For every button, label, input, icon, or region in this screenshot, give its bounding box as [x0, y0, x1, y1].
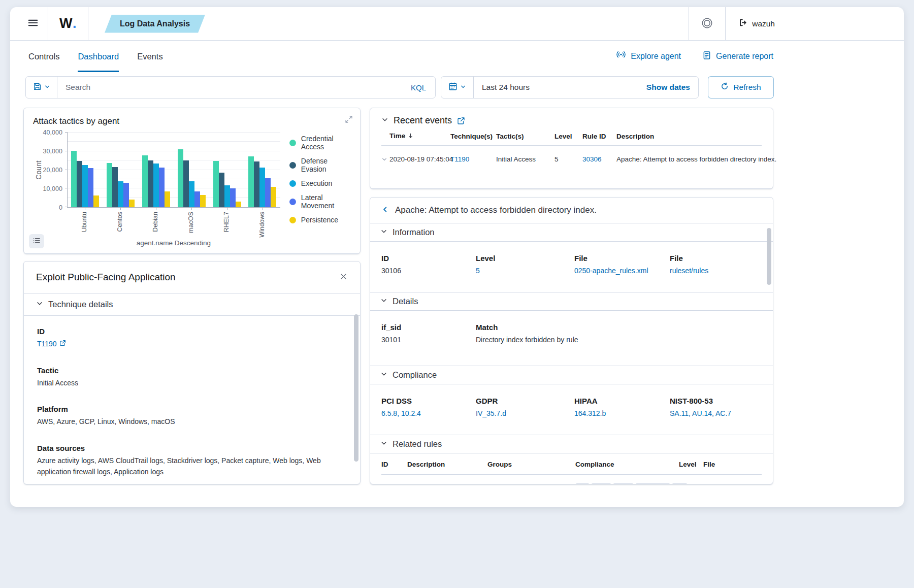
- bar-persistence[interactable]: [200, 195, 206, 207]
- related-rule-row[interactable]: 30104Apache: segmentation fault.service_…: [381, 475, 762, 484]
- related-rules-section-toggle[interactable]: Related rules: [370, 435, 773, 453]
- column-header-time[interactable]: Time: [389, 127, 450, 146]
- column-header-tactic-s[interactable]: Tactic(s): [496, 127, 554, 146]
- tab-controls[interactable]: Controls: [28, 41, 59, 72]
- bar-lateral-movement[interactable]: [194, 191, 200, 207]
- legend-item-defense-evasion[interactable]: Defense Evasion: [289, 157, 351, 173]
- quick-select-menu-button[interactable]: [441, 77, 474, 98]
- time-range-value[interactable]: Last 24 hours: [474, 77, 530, 98]
- bar-persistence[interactable]: [271, 187, 276, 207]
- bar-lateral-movement[interactable]: [265, 178, 271, 207]
- bar-defense-evasion[interactable]: [112, 167, 118, 207]
- bar-lateral-movement[interactable]: [123, 183, 129, 208]
- tab-events[interactable]: Events: [137, 41, 162, 72]
- field-tactic: TacticInitial Access: [37, 366, 347, 389]
- field-value-link[interactable]: 164.312.b: [574, 408, 606, 419]
- legend-toggle-button[interactable]: [29, 234, 44, 248]
- bar-credential-access[interactable]: [248, 156, 254, 207]
- refresh-button[interactable]: Refresh: [708, 76, 774, 99]
- bar-execution[interactable]: [153, 164, 159, 207]
- close-panel-button[interactable]: [339, 272, 348, 282]
- status-circle-button[interactable]: [689, 7, 725, 40]
- field-value-link[interactable]: T1190: [37, 339, 66, 350]
- field-value-link[interactable]: 0250-apache_rules.xml: [574, 266, 648, 277]
- open-events-icon[interactable]: [457, 117, 465, 125]
- field-value-link[interactable]: 6.5.8, 10.2.4: [381, 408, 421, 419]
- bar-defense-evasion[interactable]: [254, 161, 259, 207]
- field-value-link[interactable]: IV_35.7.d: [476, 408, 506, 419]
- badge-nist-800-53: NIST-800-53: [635, 483, 671, 484]
- field-match: MatchDirectory index forbidden by rule: [476, 323, 762, 346]
- link-technique[interactable]: T1190: [450, 155, 469, 163]
- x-tick-mark: [227, 208, 227, 210]
- bar-persistence[interactable]: [93, 195, 99, 207]
- field-value-link[interactable]: 5: [476, 266, 480, 277]
- bar-execution[interactable]: [118, 181, 123, 207]
- field-value-link[interactable]: SA.11, AU.14, AC.7: [670, 408, 731, 419]
- bar-credential-access[interactable]: [142, 155, 148, 207]
- bar-persistence[interactable]: [236, 202, 241, 207]
- compliance-section-toggle[interactable]: Compliance: [370, 366, 773, 384]
- saved-query-menu-button[interactable]: [26, 77, 57, 98]
- bar-credential-access[interactable]: [71, 151, 77, 207]
- link-rule-id[interactable]: 30306: [582, 155, 602, 163]
- explore-agent-label: Explore agent: [631, 52, 681, 61]
- field-gdpr: GDPRIV_35.7.d: [476, 397, 574, 419]
- column-header-description[interactable]: Description: [616, 127, 762, 146]
- bar-group-ubuntu[interactable]: [68, 133, 103, 207]
- bar-persistence[interactable]: [129, 200, 135, 207]
- vertical-scrollbar[interactable]: [354, 314, 358, 462]
- chevron-down-icon[interactable]: [381, 116, 388, 125]
- bar-execution[interactable]: [82, 165, 88, 207]
- bar-execution[interactable]: [259, 168, 265, 207]
- bar-defense-evasion[interactable]: [183, 160, 189, 207]
- column-header-technique-s[interactable]: Technique(s): [450, 127, 496, 146]
- event-row[interactable]: 2020-08-19 07:45:04T1190Initial Access53…: [381, 146, 762, 169]
- expand-panel-button[interactable]: [345, 115, 353, 125]
- report-icon: [702, 51, 711, 62]
- explore-agent-button[interactable]: Explore agent: [616, 50, 681, 62]
- bar-group-debian[interactable]: [139, 133, 174, 207]
- query-language-button[interactable]: KQL: [402, 77, 435, 98]
- bar-defense-evasion[interactable]: [77, 161, 82, 207]
- show-dates-button[interactable]: Show dates: [646, 77, 698, 98]
- row-expander[interactable]: [381, 146, 389, 169]
- refresh-icon: [721, 82, 729, 92]
- legend-item-lateral-movement[interactable]: Lateral Movement: [289, 193, 351, 210]
- generate-report-button[interactable]: Generate report: [702, 51, 773, 62]
- column-header-level[interactable]: Level: [554, 127, 582, 146]
- information-section-toggle[interactable]: Information: [370, 223, 773, 242]
- field-nist-800-53: NIST-800-53SA.11, AU.14, AC.7: [670, 397, 762, 419]
- legend-item-execution[interactable]: Execution: [289, 179, 351, 187]
- field-value-link[interactable]: ruleset/rules: [670, 266, 708, 277]
- bar-credential-access[interactable]: [213, 161, 219, 208]
- bar-execution[interactable]: [224, 185, 230, 207]
- bar-defense-evasion[interactable]: [148, 160, 153, 207]
- x-axis-title: agent.name Descending: [67, 239, 280, 247]
- bar-persistence[interactable]: [165, 191, 170, 207]
- wazuh-logo[interactable]: W.: [48, 7, 88, 40]
- bar-lateral-movement[interactable]: [159, 168, 165, 207]
- bar-defense-evasion[interactable]: [219, 173, 224, 207]
- tab-dashboard[interactable]: Dashboard: [78, 41, 119, 72]
- vertical-scrollbar[interactable]: [767, 228, 771, 285]
- bar-group-windows[interactable]: [245, 133, 280, 207]
- bar-group-centos[interactable]: [103, 133, 139, 207]
- bar-credential-access[interactable]: [178, 149, 183, 207]
- bar-group-rhel7[interactable]: [209, 133, 245, 207]
- logout-button[interactable]: wazuh: [726, 7, 780, 40]
- bar-group-macos[interactable]: [174, 133, 209, 207]
- bar-lateral-movement[interactable]: [88, 168, 93, 207]
- bar-lateral-movement[interactable]: [230, 188, 236, 207]
- details-section-toggle[interactable]: Details: [370, 292, 773, 311]
- menu-button[interactable]: [18, 7, 48, 40]
- search-input[interactable]: [57, 77, 402, 98]
- back-button[interactable]: [381, 206, 389, 215]
- bar-execution[interactable]: [189, 181, 194, 207]
- legend-item-credential-access[interactable]: Credential Access: [289, 135, 351, 151]
- column-header-rule-id[interactable]: Rule ID: [582, 127, 616, 146]
- breadcrumb[interactable]: Log Data Analysis: [105, 15, 205, 33]
- bar-credential-access[interactable]: [107, 163, 112, 207]
- technique-details-section-toggle[interactable]: Technique details: [24, 293, 360, 316]
- legend-item-persistence[interactable]: Persistence: [289, 216, 351, 224]
